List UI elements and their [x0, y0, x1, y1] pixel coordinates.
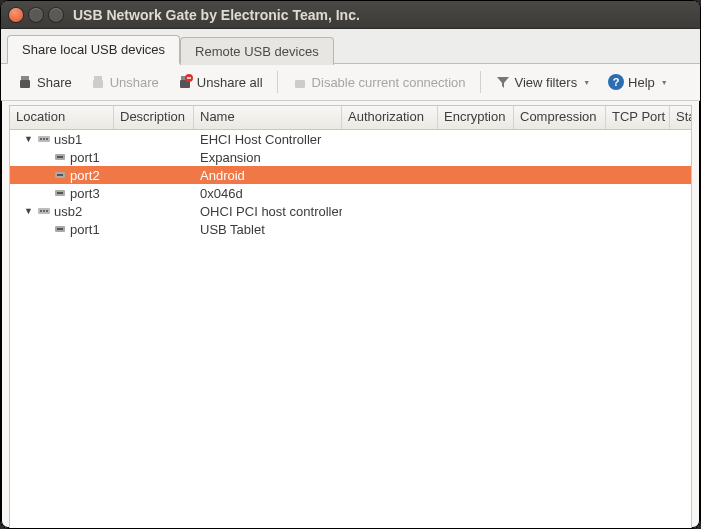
svg-rect-19	[40, 210, 42, 212]
table-row[interactable]: port1Expansion	[10, 148, 691, 166]
svg-rect-9	[40, 138, 42, 140]
window-controls	[9, 8, 63, 22]
name-cell: USB Tablet	[194, 222, 342, 237]
unshare-all-button[interactable]: Unshare all	[169, 70, 271, 94]
table-row[interactable]: port1USB Tablet	[10, 220, 691, 238]
location-cell: ▼usb1	[10, 132, 114, 147]
svg-rect-23	[57, 228, 63, 230]
svg-rect-0	[21, 76, 29, 80]
usb-port-icon	[53, 187, 67, 199]
help-button[interactable]: ? Help ▼	[600, 70, 676, 94]
location-cell: port3	[10, 186, 114, 201]
funnel-icon	[495, 74, 511, 90]
svg-rect-10	[43, 138, 45, 140]
tab-bar: Share local USB devices Remote USB devic…	[1, 29, 700, 64]
svg-rect-2	[94, 76, 102, 80]
unshare-all-label: Unshare all	[197, 75, 263, 90]
table-row[interactable]: ▼usb1EHCI Host Controller	[10, 130, 691, 148]
help-icon: ?	[608, 74, 624, 90]
titlebar[interactable]: USB Network Gate by Electronic Team, Inc…	[1, 1, 700, 29]
unshare-label: Unshare	[110, 75, 159, 90]
view-filters-label: View filters	[515, 75, 578, 90]
col-authorization[interactable]: Authorization	[342, 106, 438, 129]
usb-port-icon	[53, 223, 67, 235]
usb-port-icon	[53, 151, 67, 163]
location-cell: port2	[10, 168, 114, 183]
location-text: port2	[70, 168, 100, 183]
col-state[interactable]: State	[670, 106, 691, 129]
name-cell: EHCI Host Controller	[194, 132, 342, 147]
location-text: port1	[70, 150, 100, 165]
disable-connection-label: Disable current connection	[312, 75, 466, 90]
toolbar: Share Unshare Unshare all Disable curren…	[1, 64, 700, 101]
view-filters-button[interactable]: View filters ▼	[487, 70, 599, 94]
col-tcp-port[interactable]: TCP Port	[606, 106, 670, 129]
location-text: usb1	[54, 132, 82, 147]
name-cell: Expansion	[194, 150, 342, 165]
location-cell: port1	[10, 150, 114, 165]
usb-unplug-all-icon	[177, 74, 193, 90]
svg-rect-13	[57, 156, 63, 158]
usb-hub-icon	[37, 133, 51, 145]
usb-plug-icon	[17, 74, 33, 90]
chevron-down-icon: ▼	[661, 79, 668, 86]
tab-share-local[interactable]: Share local USB devices	[7, 35, 180, 64]
location-text: port1	[70, 222, 100, 237]
table-row[interactable]: ▼usb2OHCI PCI host controller	[10, 202, 691, 220]
svg-rect-17	[57, 192, 63, 194]
disclosure-triangle-icon[interactable]: ▼	[24, 206, 34, 216]
toolbar-separator	[277, 71, 278, 93]
col-compression[interactable]: Compression	[514, 106, 606, 129]
share-label: Share	[37, 75, 72, 90]
location-cell: port1	[10, 222, 114, 237]
usb-unplug-icon	[90, 74, 106, 90]
toolbar-separator	[480, 71, 481, 93]
device-tree: Location Description Name Authorization …	[9, 105, 692, 529]
svg-rect-11	[46, 138, 48, 140]
disconnect-icon	[292, 74, 308, 90]
unshare-button: Unshare	[82, 70, 167, 94]
maximize-icon[interactable]	[49, 8, 63, 22]
col-encryption[interactable]: Encryption	[438, 106, 514, 129]
svg-rect-20	[43, 210, 45, 212]
window-title: USB Network Gate by Electronic Team, Inc…	[73, 7, 360, 23]
col-location[interactable]: Location	[10, 106, 114, 129]
minimize-icon[interactable]	[29, 8, 43, 22]
tab-remote[interactable]: Remote USB devices	[180, 37, 334, 65]
svg-rect-1	[20, 80, 30, 88]
column-headers: Location Description Name Authorization …	[10, 106, 691, 130]
app-window: USB Network Gate by Electronic Team, Inc…	[0, 0, 701, 529]
share-button[interactable]: Share	[9, 70, 80, 94]
location-text: usb2	[54, 204, 82, 219]
close-icon[interactable]	[9, 8, 23, 22]
name-cell: OHCI PCI host controller	[194, 204, 342, 219]
tree-body: ▼usb1EHCI Host Controllerport1Expansionp…	[10, 130, 691, 238]
svg-rect-3	[93, 80, 103, 88]
disable-connection-button: Disable current connection	[284, 70, 474, 94]
chevron-down-icon: ▼	[583, 79, 590, 86]
col-name[interactable]: Name	[194, 106, 342, 129]
location-text: port3	[70, 186, 100, 201]
name-cell: 0x046d	[194, 186, 342, 201]
help-label: Help	[628, 75, 655, 90]
name-cell: Android	[194, 168, 342, 183]
svg-rect-15	[57, 174, 63, 176]
svg-rect-21	[46, 210, 48, 212]
table-row[interactable]: port2Android	[10, 166, 691, 184]
table-row[interactable]: port30x046d	[10, 184, 691, 202]
svg-rect-7	[295, 80, 305, 88]
location-cell: ▼usb2	[10, 204, 114, 219]
usb-hub-icon	[37, 205, 51, 217]
usb-port-icon	[53, 169, 67, 181]
col-description[interactable]: Description	[114, 106, 194, 129]
disclosure-triangle-icon[interactable]: ▼	[24, 134, 34, 144]
